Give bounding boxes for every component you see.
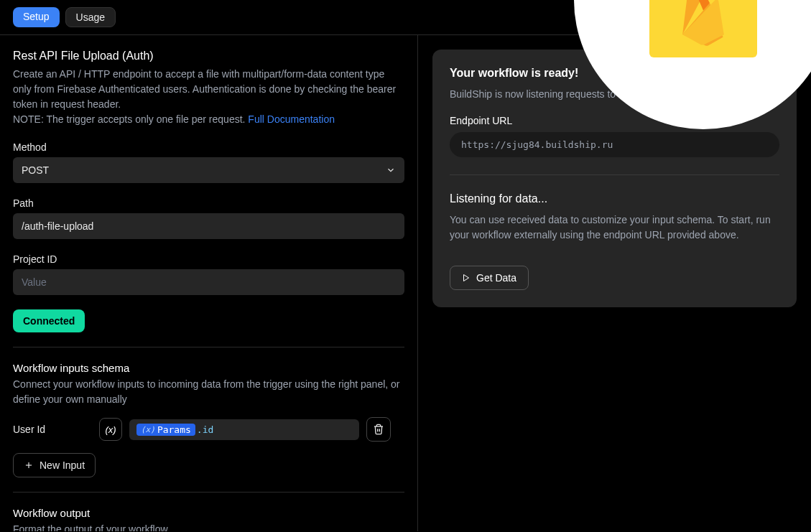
divider-2 (13, 492, 404, 493)
path-input[interactable] (13, 213, 404, 239)
connected-badge[interactable]: Connected (13, 309, 85, 332)
divider (13, 347, 404, 347)
play-icon (462, 274, 471, 282)
inputs-schema-title: Workflow inputs schema (13, 362, 404, 374)
chip-label: Params (157, 424, 191, 435)
project-id-label: Project ID (13, 253, 404, 265)
firebase-icon (682, 0, 725, 46)
variable-icon[interactable]: (x) (99, 418, 122, 441)
params-chip: (x) Params (136, 424, 195, 436)
get-data-button[interactable]: Get Data (450, 266, 529, 290)
svg-marker-2 (464, 275, 469, 281)
method-select[interactable]: POST (13, 157, 404, 183)
input-row-label: User Id (13, 424, 92, 435)
method-value: POST (22, 164, 49, 176)
desc-line2: NOTE: The trigger accepts only one file … (13, 113, 248, 125)
page-title: Rest API File Upload (Auth) (13, 50, 404, 62)
endpoint-url-value[interactable]: https://sjug84.buildship.ru (450, 132, 779, 157)
desc-line1: Create an API / HTTP endpoint to accept … (13, 68, 396, 110)
chevron-down-icon (386, 165, 396, 175)
workflow-output-title: Workflow output (13, 507, 404, 519)
inputs-schema-desc: Connect your workflow inputs to incoming… (13, 377, 404, 407)
workflow-output-desc: Format the output of your workflow (13, 522, 404, 531)
delete-input-button[interactable] (366, 417, 391, 442)
page-description: Create an API / HTTP endpoint to accept … (13, 67, 404, 127)
method-label: Method (13, 141, 404, 153)
left-panel: Rest API File Upload (Auth) Create an AP… (0, 35, 418, 531)
trash-icon (373, 424, 384, 435)
variable-x-icon: (x) (141, 425, 155, 434)
full-documentation-link[interactable]: Full Documentation (248, 113, 335, 125)
listening-title: Listening for data... (450, 192, 779, 205)
expression-suffix: .id (197, 424, 213, 435)
tab-setup[interactable]: Setup (13, 7, 60, 27)
tab-usage[interactable]: Usage (65, 7, 116, 27)
path-label: Path (13, 197, 404, 209)
new-input-button[interactable]: New Input (13, 453, 96, 477)
get-data-label: Get Data (476, 272, 516, 284)
folder-icon (649, 0, 757, 57)
listening-desc: You can use received data to customize y… (450, 213, 779, 243)
plus-icon (24, 460, 34, 470)
card-divider (450, 174, 779, 175)
project-id-input[interactable] (13, 269, 404, 295)
expression-input[interactable]: (x) Params .id (129, 419, 359, 440)
new-input-label: New Input (40, 459, 85, 471)
